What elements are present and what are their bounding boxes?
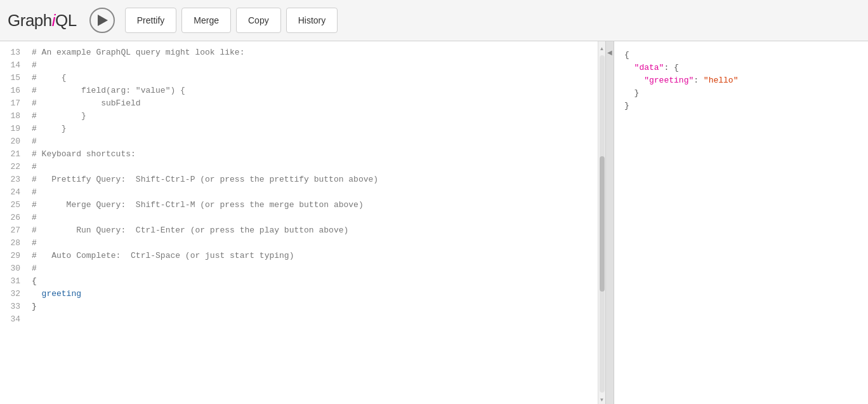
result-line: "greeting": "hello" — [624, 74, 858, 87]
line-numbers: 1314151617181920212223242526272829303132… — [0, 41, 27, 404]
result-line: } — [624, 87, 858, 100]
code-line: # — [32, 212, 598, 224]
line-number: 30 — [0, 262, 27, 275]
merge-button[interactable]: Merge — [181, 8, 231, 33]
line-number: 21 — [0, 148, 27, 161]
line-number: 22 — [0, 161, 27, 173]
code-line: # Prettify Query: Shift-Ctrl-P (or press… — [32, 173, 598, 186]
code-line: { — [32, 275, 598, 288]
line-number: 16 — [0, 84, 27, 97]
run-query-button[interactable] — [89, 8, 115, 33]
line-number: 28 — [0, 237, 27, 250]
code-line: # Keyboard shortcuts: — [32, 148, 598, 161]
line-number: 17 — [0, 97, 27, 110]
app-logo: GraphiQL — [8, 11, 77, 30]
line-number: 32 — [0, 288, 27, 300]
line-number: 18 — [0, 110, 27, 123]
history-button[interactable]: History — [286, 8, 338, 33]
result-pane: { "data": { "greeting": "hello" }} — [614, 41, 868, 404]
code-line: # — [32, 59, 598, 72]
line-number: 19 — [0, 123, 27, 135]
line-number: 20 — [0, 135, 27, 148]
play-icon — [98, 15, 108, 26]
scrollbar-up-arrow[interactable]: ▲ — [599, 44, 605, 53]
main-content: 1314151617181920212223242526272829303132… — [0, 41, 868, 404]
pane-divider[interactable]: ◀ — [605, 41, 614, 404]
editor-pane[interactable]: 1314151617181920212223242526272829303132… — [0, 41, 605, 404]
code-line: } — [32, 300, 598, 313]
line-number: 25 — [0, 199, 27, 212]
divider-icon: ◀ — [607, 49, 612, 56]
result-line: } — [624, 100, 858, 112]
logo-text-ql: QL — [55, 11, 77, 30]
code-line: # An example GraphQL query might look li… — [32, 46, 598, 59]
code-editor[interactable]: # An example GraphQL query might look li… — [27, 41, 598, 404]
logo-text-graph: Graph — [8, 11, 52, 30]
code-line: # } — [32, 123, 598, 135]
scrollbar-thumb[interactable] — [600, 156, 605, 291]
header: GraphiQL Prettify Merge Copy History — [0, 0, 868, 41]
line-number: 15 — [0, 72, 27, 84]
scrollbar-down-arrow[interactable]: ▼ — [599, 395, 605, 404]
line-number: 14 — [0, 59, 27, 72]
code-line: # — [32, 186, 598, 199]
line-number: 26 — [0, 212, 27, 224]
line-number: 27 — [0, 224, 27, 237]
code-line: # Run Query: Ctrl-Enter (or press the pl… — [32, 224, 598, 237]
code-line: # } — [32, 110, 598, 123]
editor-scrollbar[interactable]: ▲ ▼ — [598, 41, 605, 404]
line-number: 13 — [0, 46, 27, 59]
code-line: # { — [32, 72, 598, 84]
code-line: # — [32, 161, 598, 173]
line-number: 34 — [0, 313, 27, 326]
line-number: 33 — [0, 300, 27, 313]
line-number: 31 — [0, 275, 27, 288]
prettify-button[interactable]: Prettify — [125, 8, 177, 33]
line-number: 24 — [0, 186, 27, 199]
code-line: # field(arg: "value") { — [32, 84, 598, 97]
result-line: { — [624, 49, 858, 62]
line-number: 29 — [0, 250, 27, 262]
code-line: # Auto Complete: Ctrl-Space (or just sta… — [32, 250, 598, 262]
code-line: # — [32, 262, 598, 275]
code-line: # subField — [32, 97, 598, 110]
copy-button[interactable]: Copy — [236, 8, 281, 33]
scrollbar-track[interactable] — [600, 55, 605, 393]
code-line: greeting — [32, 288, 598, 300]
code-line: # — [32, 135, 598, 148]
code-line: # — [32, 237, 598, 250]
result-line: "data": { — [624, 62, 858, 74]
line-number: 23 — [0, 173, 27, 186]
code-line: # Merge Query: Shift-Ctrl-M (or press th… — [32, 199, 598, 212]
